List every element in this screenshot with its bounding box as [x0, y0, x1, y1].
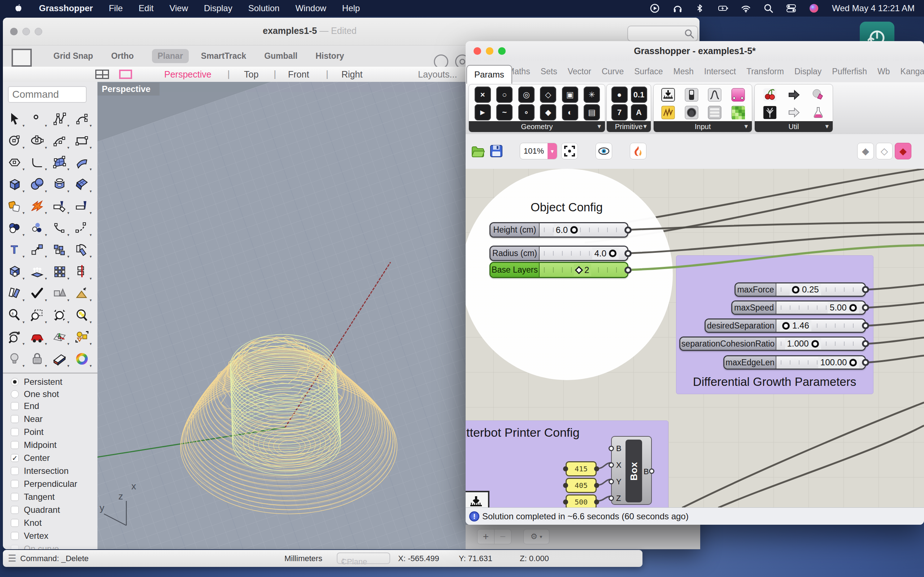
siri-icon[interactable] — [809, 3, 819, 13]
wifi-icon[interactable] — [741, 3, 751, 13]
preview-shaded-button[interactable]: ◆ — [857, 143, 874, 160]
jewel-icon[interactable] — [810, 87, 827, 103]
slider-knob[interactable] — [811, 340, 819, 348]
curved-surface-tool-icon[interactable]: ▾ — [71, 152, 92, 172]
zoom-extents-tool-icon[interactable]: ▾ — [49, 305, 70, 325]
solid-tools-icon[interactable]: ▾ — [4, 261, 25, 282]
menu-solution[interactable]: Solution — [248, 3, 280, 13]
units-label[interactable]: Millimeters — [284, 554, 322, 563]
viewport-tab-layouts[interactable]: Layouts... — [418, 69, 457, 80]
slider-value-cluster[interactable]: 6.0 — [554, 224, 580, 236]
polygon-tool-icon[interactable]: ▾ — [4, 152, 25, 172]
zoom-selected-tool-icon[interactable]: ▾ — [71, 305, 92, 325]
color-tool-icon[interactable]: ▾ — [71, 349, 92, 369]
mode-ortho[interactable]: Ortho — [111, 51, 134, 61]
number-slider-component-icon[interactable] — [465, 491, 489, 508]
growth-slider-separationcohesionratio[interactable]: separationCohesionRatio1.000 — [679, 337, 866, 351]
tab-display[interactable]: Display — [795, 67, 822, 76]
box-input-nub-z[interactable] — [609, 495, 614, 501]
slider-track[interactable]: 6.0 — [540, 223, 627, 237]
expand-arrow-icon[interactable]: ▼ — [642, 123, 648, 130]
sphere-tool-icon[interactable]: ▾ — [27, 174, 48, 194]
checkbox[interactable] — [11, 532, 19, 540]
tab-wb[interactable]: Wb — [877, 67, 890, 76]
command-input[interactable] — [8, 86, 87, 103]
mode-grid-snap[interactable]: Grid Snap — [53, 51, 93, 61]
tab-pufferfish[interactable]: Pufferfish — [832, 67, 867, 76]
menubar-clock[interactable]: Wed May 4 12:21 AM — [832, 3, 914, 13]
tab-sets[interactable]: Sets — [541, 67, 557, 76]
fillet-corner-tool-icon[interactable]: ▾ — [27, 152, 48, 172]
slider-knob[interactable] — [792, 286, 800, 293]
number-panel-415[interactable]: 415 — [565, 461, 597, 476]
growth-slider-maxspeed[interactable]: maxSpeed5.00 — [731, 300, 866, 315]
preview-toggle-button[interactable] — [596, 143, 612, 160]
preview-off-button[interactable]: ◇ — [876, 143, 893, 160]
battery-icon[interactable] — [718, 3, 728, 13]
mode-gumball[interactable]: Gumball — [264, 51, 297, 61]
palette-group-label[interactable]: Util▼ — [755, 121, 833, 132]
slider-knob[interactable] — [849, 359, 857, 366]
timeline-icon[interactable] — [762, 104, 778, 121]
trim-tool-icon[interactable]: ▾ — [49, 196, 70, 216]
viewport-tab-right[interactable]: Right — [341, 69, 362, 80]
revolve-tool-icon[interactable]: ▾ — [49, 174, 70, 194]
single-viewport-icon[interactable] — [119, 69, 132, 79]
zoom-dropdown-chevron[interactable]: ▾ — [548, 143, 557, 159]
relay-icon[interactable] — [786, 87, 802, 103]
panel-icon[interactable] — [707, 104, 723, 121]
circle-param-icon[interactable]: ○ — [496, 87, 512, 103]
render-tool-icon[interactable]: ▾ — [49, 349, 70, 369]
wirecut-tool-icon[interactable]: ▾ — [71, 261, 92, 282]
control-center-icon[interactable] — [787, 3, 796, 13]
mode-planar[interactable]: Planar — [152, 49, 189, 63]
boolean-param-icon[interactable]: ● — [611, 87, 628, 103]
integer-param-icon[interactable]: 7 — [611, 104, 628, 121]
add-button[interactable]: + — [477, 529, 494, 544]
osnap-midpoint[interactable]: Midpoint — [11, 440, 57, 450]
scribble-icon[interactable] — [660, 104, 677, 121]
command-history[interactable]: Command: _Delete — [20, 554, 89, 563]
offset-tool-icon[interactable]: ▾ — [4, 283, 25, 303]
menu-help[interactable]: Help — [342, 3, 360, 13]
zoom-extents-button[interactable] — [561, 143, 578, 160]
box-component[interactable]: Box B BXYZ — [611, 436, 652, 505]
checkbox[interactable] — [11, 506, 19, 514]
slider-value-cluster[interactable]: 100.00 — [818, 357, 859, 368]
number-panel-500[interactable]: 500 — [565, 495, 597, 508]
expand-arrow-icon[interactable]: ▼ — [596, 123, 602, 130]
hamburger-icon[interactable]: ☰ — [8, 553, 16, 564]
osnap-tangent[interactable]: Tangent — [11, 492, 55, 502]
tab-vector[interactable]: Vector — [568, 67, 591, 76]
slider-track[interactable]: 1.000 — [776, 338, 865, 350]
relay-light-icon[interactable] — [786, 104, 802, 121]
checkbox[interactable] — [11, 480, 19, 488]
cplane-selector[interactable]: CPlane ▲▼ — [337, 553, 390, 564]
osnap-intersection[interactable]: Intersection — [11, 466, 69, 476]
viewport-tab-top[interactable]: Top — [244, 69, 258, 80]
copy-tool-icon[interactable]: ▾ — [49, 239, 70, 259]
checkbox[interactable] — [11, 545, 19, 549]
number-param-icon[interactable]: 0.1 — [631, 87, 647, 103]
menu-edit[interactable]: Edit — [139, 3, 153, 13]
expand-arrow-icon[interactable]: ▼ — [824, 123, 830, 130]
text-param-icon[interactable]: A — [631, 104, 647, 121]
play-circle-icon[interactable] — [650, 3, 660, 13]
galapagos-icon[interactable] — [810, 104, 827, 121]
cherry-picker-icon[interactable] — [762, 87, 778, 103]
arc-tool-icon[interactable]: ▾ — [49, 131, 70, 151]
box-input-nub-b[interactable] — [609, 446, 614, 451]
surface-param-icon[interactable]: ▤ — [584, 104, 600, 121]
curve-param-icon[interactable]: ~ — [496, 104, 512, 121]
checkbox[interactable] — [11, 441, 19, 449]
tab-params[interactable]: Params — [466, 65, 512, 84]
solution-info-icon[interactable]: ! — [469, 511, 479, 521]
remove-button[interactable]: − — [494, 529, 512, 544]
image-sampler-icon[interactable] — [730, 104, 746, 121]
box-param-icon[interactable]: ▣ — [562, 87, 578, 103]
move-tool-icon[interactable]: ▾ — [27, 239, 48, 259]
radio-button[interactable] — [11, 378, 19, 386]
circle-tool-icon[interactable]: ▾ — [4, 131, 25, 151]
plugins-tool-icon[interactable]: ▾ — [4, 196, 25, 216]
slider-track[interactable]: 1.46 — [776, 319, 865, 332]
